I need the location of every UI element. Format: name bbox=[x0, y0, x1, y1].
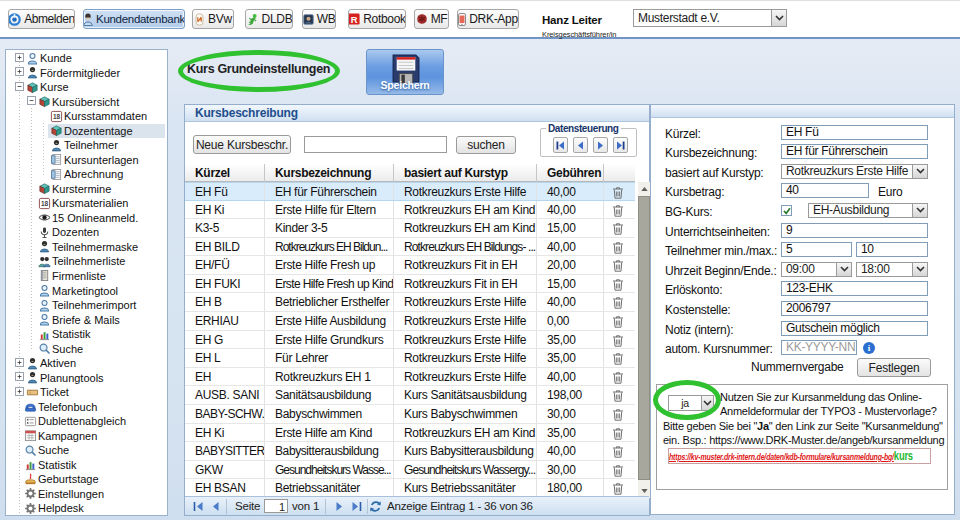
svg-text:R: R bbox=[351, 14, 358, 25]
